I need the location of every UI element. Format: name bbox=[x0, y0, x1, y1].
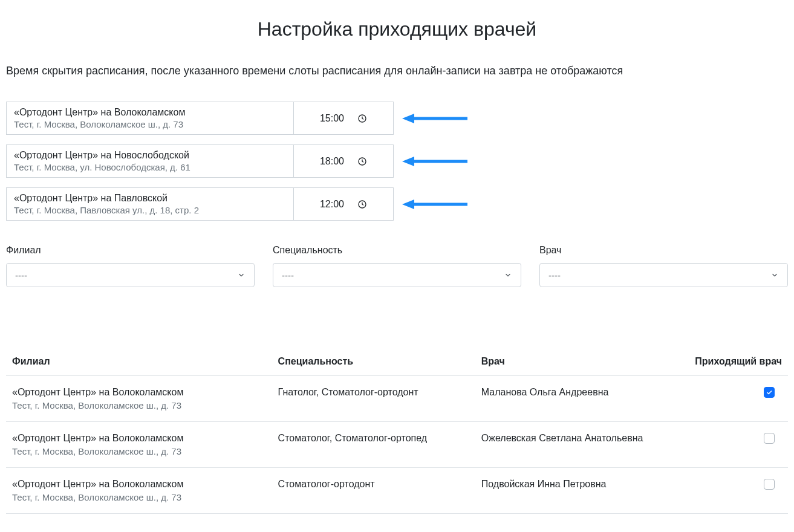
select-value: ---- bbox=[548, 270, 770, 281]
time-value: 18:00 bbox=[320, 156, 344, 167]
clock-icon bbox=[357, 114, 367, 123]
branch-time-row: «Ортодонт Центр» на Новослободской Тест,… bbox=[6, 144, 788, 178]
cell-specialty: Гнатолог, Стоматолог-ортодонт bbox=[272, 376, 475, 422]
cell-branch-name: «Ортодонт Центр» на Волоколамском bbox=[12, 387, 266, 398]
visiting-checkbox[interactable] bbox=[764, 479, 775, 490]
table-header-specialty: Специальность bbox=[272, 348, 475, 376]
table-header-branch: Филиал bbox=[6, 348, 272, 376]
chevron-down-icon bbox=[770, 271, 779, 279]
arrow-annotation bbox=[402, 102, 469, 135]
filter-specialty-label: Специальность bbox=[273, 245, 521, 256]
arrow-left-icon bbox=[402, 112, 469, 125]
table-row: «Ортодонт Центр» на ВолоколамскомТест, г… bbox=[6, 468, 788, 514]
filter-branch-select[interactable]: ---- bbox=[6, 263, 255, 287]
filter-specialty-select[interactable]: ---- bbox=[273, 263, 521, 287]
branch-time-row: «Ортодонт Центр» на Павловской Тест, г. … bbox=[6, 187, 788, 221]
schedule-hide-description: Время скрытия расписания, после указанно… bbox=[6, 65, 788, 77]
cell-doctor: Ожелевская Светлана Анатольевна bbox=[475, 422, 686, 468]
cell-specialty: Стоматолог-ортодонт bbox=[272, 468, 475, 514]
page-title: Настройка приходящих врачей bbox=[6, 18, 788, 41]
cell-doctor: Маланова Ольга Андреевна bbox=[475, 376, 686, 422]
branch-name: «Ортодонт Центр» на Волоколамском bbox=[14, 107, 286, 118]
filter-branch-label: Филиал bbox=[6, 245, 255, 256]
cell-branch-address: Тест, г. Москва, Волоколамское ш., д. 73 bbox=[12, 400, 266, 410]
arrow-left-icon bbox=[402, 155, 469, 167]
branch-address: Тест, г. Москва, ул. Новослободская, д. … bbox=[14, 162, 286, 172]
branch-address: Тест, г. Москва, Павловская ул., д. 18, … bbox=[14, 205, 286, 215]
cell-branch: «Ортодонт Центр» на ВолоколамскомТест, г… bbox=[6, 376, 272, 422]
arrow-left-icon bbox=[402, 198, 469, 210]
time-input[interactable]: 12:00 bbox=[293, 187, 394, 221]
doctors-table: Филиал Специальность Врач Приходящий вра… bbox=[6, 348, 788, 514]
cell-visiting bbox=[686, 468, 788, 514]
table-row: «Ортодонт Центр» на ВолоколамскомТест, г… bbox=[6, 376, 788, 422]
svg-marker-8 bbox=[402, 199, 414, 209]
clock-icon bbox=[357, 199, 367, 209]
branch-info: «Ортодонт Центр» на Новослободской Тест,… bbox=[6, 144, 293, 178]
filter-doctor-select[interactable]: ---- bbox=[539, 263, 788, 287]
svg-marker-5 bbox=[402, 157, 414, 166]
filter-doctor-label: Врач bbox=[539, 245, 788, 256]
select-value: ---- bbox=[15, 270, 237, 281]
table-row: «Ортодонт Центр» на ВолоколамскомТест, г… bbox=[6, 422, 788, 468]
cell-doctor: Подвойская Инна Петровна bbox=[475, 468, 686, 514]
svg-marker-2 bbox=[402, 114, 414, 123]
cell-branch: «Ортодонт Центр» на ВолоколамскомТест, г… bbox=[6, 422, 272, 468]
time-value: 15:00 bbox=[320, 113, 344, 124]
filter-doctor: Врач ---- bbox=[539, 245, 788, 287]
cell-specialty: Стоматолог, Стоматолог-ортопед bbox=[272, 422, 475, 468]
chevron-down-icon bbox=[504, 271, 512, 279]
cell-branch-name: «Ортодонт Центр» на Волоколамском bbox=[12, 433, 266, 444]
filters-row: Филиал ---- Специальность ---- Врач ---- bbox=[6, 245, 788, 287]
branch-time-list: «Ортодонт Центр» на Волоколамском Тест, … bbox=[6, 102, 788, 221]
visiting-checkbox[interactable] bbox=[764, 387, 775, 398]
branch-name: «Ортодонт Центр» на Новослободской bbox=[14, 150, 286, 161]
cell-branch-address: Тест, г. Москва, Волоколамское ш., д. 73 bbox=[12, 492, 266, 502]
time-value: 12:00 bbox=[320, 199, 344, 210]
cell-visiting bbox=[686, 376, 788, 422]
filter-branch: Филиал ---- bbox=[6, 245, 255, 287]
cell-branch: «Ортодонт Центр» на ВолоколамскомТест, г… bbox=[6, 468, 272, 514]
branch-info: «Ортодонт Центр» на Волоколамском Тест, … bbox=[6, 102, 293, 135]
visiting-checkbox[interactable] bbox=[764, 433, 775, 444]
cell-branch-name: «Ортодонт Центр» на Волоколамском bbox=[12, 479, 266, 490]
select-value: ---- bbox=[282, 270, 504, 281]
time-input[interactable]: 18:00 bbox=[293, 144, 394, 178]
cell-visiting bbox=[686, 422, 788, 468]
branch-address: Тест, г. Москва, Волоколамское ш., д. 73 bbox=[14, 119, 286, 129]
branch-time-row: «Ортодонт Центр» на Волоколамском Тест, … bbox=[6, 102, 788, 135]
filter-specialty: Специальность ---- bbox=[273, 245, 521, 287]
table-header-doctor: Врач bbox=[475, 348, 686, 376]
arrow-annotation bbox=[402, 144, 469, 178]
clock-icon bbox=[357, 157, 367, 166]
branch-name: «Ортодонт Центр» на Павловской bbox=[14, 193, 286, 204]
arrow-annotation bbox=[402, 187, 469, 221]
branch-info: «Ортодонт Центр» на Павловской Тест, г. … bbox=[6, 187, 293, 221]
chevron-down-icon bbox=[237, 271, 246, 279]
time-input[interactable]: 15:00 bbox=[293, 102, 394, 135]
cell-branch-address: Тест, г. Москва, Волоколамское ш., д. 73 bbox=[12, 446, 266, 456]
table-header-visiting: Приходящий врач bbox=[686, 348, 788, 376]
